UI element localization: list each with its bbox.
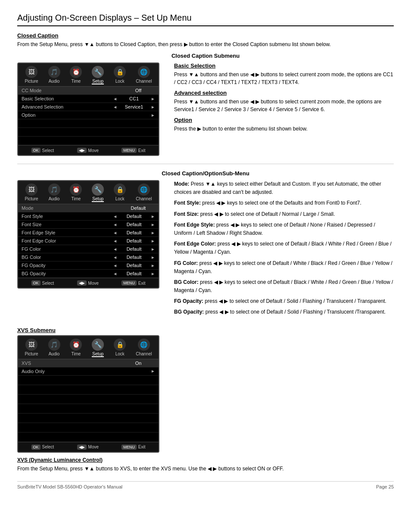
row-label: CC Mode — [22, 88, 123, 93]
table-row — [18, 395, 159, 404]
advanced-selection-desc: Advanced selection Press ▼▲ buttons and … — [174, 90, 394, 113]
audio-icon-2: 🎵 — [48, 184, 60, 196]
footer2-select: OK Select — [31, 280, 54, 286]
fg-opacity-desc: FG Opacity: press ◀ ▶ to select one of D… — [174, 297, 394, 305]
footer-select-label: Select — [42, 148, 54, 153]
row-label: FG Color — [22, 246, 113, 252]
right-arrow-icon: ► — [151, 222, 155, 227]
footer3-exit: MENU Exit — [121, 445, 145, 450]
option-submenu-descriptions: Mode: Press ▼▲ keys to select either Def… — [174, 180, 394, 319]
closed-caption-tv-menu: 🖼 Picture 🎵 Audio ⏰ Time 🔧 Setup — [17, 62, 159, 156]
row-value: CC1 — [119, 96, 149, 101]
left-arrow-icon: ◄ — [113, 96, 117, 101]
picture-icon-3: 🖼 — [25, 339, 37, 351]
right-arrow-icon: ► — [151, 214, 155, 219]
mode-label: Mode: — [174, 181, 189, 187]
nav-picture-label: Picture — [25, 79, 38, 84]
left-arrow-icon: ◄ — [113, 255, 117, 260]
row-value: Default — [119, 238, 149, 243]
table-row: FG Opacity ◄ Default ► — [18, 261, 159, 270]
nav3-lock-label: Lock — [115, 352, 125, 356]
font-style-desc: Font Style: press ◀ ▶ keys to select one… — [174, 199, 394, 207]
footer-select: OK Select — [31, 148, 54, 153]
option-submenu-title: Closed Caption/OptionSub-Menu — [17, 170, 394, 177]
tv-nav-bar-3: 🖼 Picture 🎵 Audio ⏰ Time 🔧 Setup — [18, 336, 159, 359]
move-icon-2: ◀▶ — [77, 280, 87, 286]
table-row: Audio Only ► — [18, 367, 159, 376]
table-row: Basic Selection ◄ CC1 ► — [18, 95, 159, 103]
xvs-layout: 🖼 Picture 🎵 Audio ⏰ Time 🔧 Setup — [17, 335, 394, 453]
page-title-main: Adjusting On-Screen Displays — [17, 13, 132, 22]
nav3-setup: 🔧 Setup — [92, 339, 104, 357]
move-icon-3: ◀▶ — [77, 445, 87, 450]
table-row: BG Color ◄ Default ► — [18, 253, 159, 261]
section-divider-1 — [17, 164, 394, 164]
nav-channel: 🌐 Channel — [136, 66, 152, 84]
left-arrow-icon: ◄ — [113, 230, 117, 235]
footer3-select-label: Select — [42, 445, 54, 449]
tv-nav-bar-2: 🖼 Picture 🎵 Audio ⏰ Time 🔧 Setup — [18, 181, 159, 204]
basic-selection-header: Basic Selection — [174, 62, 394, 69]
nav2-picture: 🖼 Picture — [25, 184, 38, 202]
footer3-select: OK Select — [31, 445, 54, 450]
nav3-lock: 🔒 Lock — [114, 339, 126, 357]
table-row: Option ► — [18, 111, 159, 119]
bg-color-text: press ◀ ▶ keys to select one of Default … — [174, 279, 393, 293]
tv-menu-footer-2: OK Select ◀▶ Move MENU Exit — [18, 278, 159, 288]
font-style-label: Font Style: — [174, 200, 201, 206]
row-value: Default — [119, 214, 149, 219]
left-arrow-icon: ◄ — [113, 239, 117, 243]
row-label: BG Color — [22, 255, 113, 260]
right-arrow-icon: ► — [151, 271, 155, 276]
right-arrow-icon: ► — [151, 239, 155, 243]
nav-audio: 🎵 Audio — [48, 66, 60, 84]
tv-menu-footer-3: OK Select ◀▶ Move MENU Exit — [18, 442, 159, 452]
row-value: On — [123, 361, 153, 366]
font-edge-style-label: Font Edge Style: — [174, 222, 215, 228]
row-value: Default — [119, 263, 149, 268]
right-arrow-icon: ► — [151, 247, 155, 252]
row-label: Font Edge Color — [22, 238, 113, 243]
lock-icon: 🔒 — [114, 66, 126, 78]
row-label: Basic Selection — [22, 96, 113, 101]
table-row — [18, 432, 159, 442]
footer-move: ◀▶ Move — [77, 148, 99, 153]
nav-time: ⏰ Time — [70, 66, 82, 84]
row-value: Service1 — [119, 104, 149, 109]
tv-menu-footer: OK Select ◀▶ Move MENU Exit — [18, 145, 159, 155]
nav3-audio: 🎵 Audio — [48, 339, 60, 357]
left-arrow-icon: ◄ — [113, 247, 117, 252]
option-header: Option — [174, 117, 394, 123]
footer2-move: ◀▶ Move — [77, 280, 99, 286]
table-row: BG Opacity ◄ Default ► — [18, 270, 159, 278]
menu-icon: MENU — [121, 148, 137, 153]
nav-channel-label: Channel — [136, 79, 152, 84]
row-value: Default — [119, 246, 149, 252]
nav2-channel-label: Channel — [136, 196, 152, 201]
fg-opacity-text: press ◀ ▶ to select one of Default / Sol… — [205, 298, 386, 304]
nav3-channel: 🌐 Channel — [136, 339, 152, 357]
nav-audio-label: Audio — [49, 79, 60, 84]
lock-icon-3: 🔒 — [114, 339, 126, 351]
table-row: CC Mode Off — [18, 87, 159, 95]
font-edge-color-desc: Font Edge Color: press ◀ ▶ keys to selec… — [174, 240, 394, 256]
option-submenu-tv-menu: 🖼 Picture 🎵 Audio ⏰ Time 🔧 Setup — [17, 180, 159, 289]
audio-icon: 🎵 — [48, 66, 60, 78]
option-submenu-layout: 🖼 Picture 🎵 Audio ⏰ Time 🔧 Setup — [17, 180, 394, 319]
nav3-time-label: Time — [71, 352, 81, 356]
nav3-setup-label: Setup — [92, 352, 103, 356]
time-icon: ⏰ — [70, 66, 82, 78]
nav2-time-label: Time — [71, 196, 81, 201]
right-arrow-icon: ► — [151, 96, 155, 101]
footer-exit-label: Exit — [138, 148, 146, 153]
closed-caption-intro: From the Setup Menu, press ▼▲ buttons to… — [17, 40, 394, 48]
footer-exit: MENU Exit — [121, 148, 145, 153]
mode-text: Press ▼▲ keys to select either Default a… — [174, 181, 381, 195]
table-row — [18, 137, 159, 145]
page-title: Adjusting On-Screen Displays – Set Up Me… — [17, 13, 394, 26]
table-row — [18, 423, 159, 432]
footer2-exit: MENU Exit — [121, 280, 145, 286]
table-row: Font Edge Style ◄ Default ► — [18, 229, 159, 237]
table-row: Advanced Selection ◄ Service1 ► — [18, 103, 159, 111]
right-arrow-icon: ► — [151, 230, 155, 235]
